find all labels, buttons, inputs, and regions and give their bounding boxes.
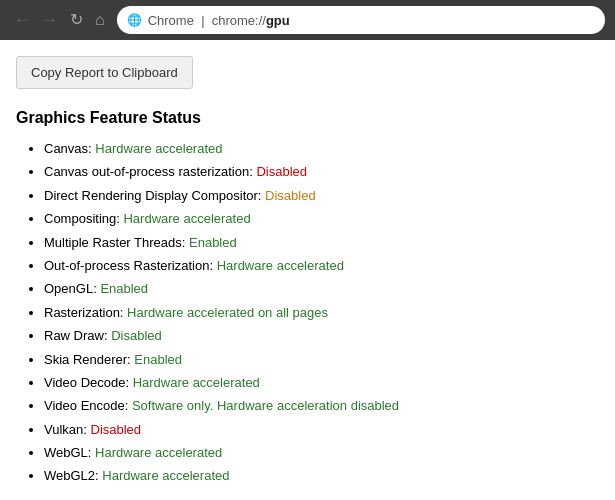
feature-status: Enabled: [100, 281, 148, 296]
feature-status: Hardware accelerated: [102, 468, 229, 483]
list-item: OpenGL: Enabled: [44, 277, 599, 300]
list-item: WebGL2: Hardware accelerated: [44, 464, 599, 487]
feature-status: Disabled: [265, 188, 316, 203]
feature-label: Compositing:: [44, 211, 123, 226]
feature-label: Multiple Raster Threads:: [44, 235, 189, 250]
feature-status: Disabled: [111, 328, 162, 343]
list-item: Direct Rendering Display Compositor: Dis…: [44, 184, 599, 207]
list-item: Vulkan: Disabled: [44, 418, 599, 441]
feature-status: Disabled: [256, 164, 307, 179]
list-item: Multiple Raster Threads: Enabled: [44, 231, 599, 254]
feature-label: Video Decode:: [44, 375, 133, 390]
feature-status: Enabled: [134, 352, 182, 367]
feature-label: Out-of-process Rasterization:: [44, 258, 217, 273]
list-item: Canvas: Hardware accelerated: [44, 137, 599, 160]
feature-status: Hardware accelerated: [95, 141, 222, 156]
list-item: Out-of-process Rasterization: Hardware a…: [44, 254, 599, 277]
url-text: Chrome | chrome://gpu: [148, 13, 290, 28]
feature-status: Hardware accelerated: [95, 445, 222, 460]
list-item: Canvas out-of-process rasterization: Dis…: [44, 160, 599, 183]
feature-label: Raw Draw:: [44, 328, 111, 343]
feature-status: Enabled: [189, 235, 237, 250]
section-title: Graphics Feature Status: [16, 109, 599, 127]
feature-label: Video Encode:: [44, 398, 132, 413]
url-domain: Chrome | chrome://: [148, 13, 266, 28]
feature-label: OpenGL:: [44, 281, 100, 296]
reload-button[interactable]: ↻: [66, 10, 87, 30]
feature-status: Hardware accelerated on all pages: [127, 305, 328, 320]
feature-label: Skia Renderer:: [44, 352, 134, 367]
feature-label: Vulkan:: [44, 422, 91, 437]
copy-report-button[interactable]: Copy Report to Clipboard: [16, 56, 193, 89]
feature-label: Canvas out-of-process rasterization:: [44, 164, 256, 179]
browser-toolbar: ← → ↻ ⌂ 🌐 Chrome | chrome://gpu: [0, 0, 615, 40]
feature-label: WebGL:: [44, 445, 95, 460]
list-item: Video Decode: Hardware accelerated: [44, 371, 599, 394]
forward-button[interactable]: →: [38, 10, 62, 30]
feature-status: Hardware accelerated: [217, 258, 344, 273]
feature-status: Software only. Hardware acceleration dis…: [132, 398, 399, 413]
list-item: Rasterization: Hardware accelerated on a…: [44, 301, 599, 324]
security-icon: 🌐: [127, 13, 142, 27]
feature-status: Hardware accelerated: [133, 375, 260, 390]
back-button[interactable]: ←: [10, 10, 34, 30]
url-path: gpu: [266, 13, 290, 28]
address-bar[interactable]: 🌐 Chrome | chrome://gpu: [117, 6, 605, 34]
feature-label: Rasterization:: [44, 305, 127, 320]
feature-list: Canvas: Hardware acceleratedCanvas out-o…: [16, 137, 599, 488]
page-content: Copy Report to Clipboard Graphics Featur…: [0, 40, 615, 500]
list-item: Skia Renderer: Enabled: [44, 348, 599, 371]
list-item: Compositing: Hardware accelerated: [44, 207, 599, 230]
feature-status: Hardware accelerated: [123, 211, 250, 226]
list-item: Video Encode: Software only. Hardware ac…: [44, 394, 599, 417]
nav-buttons: ← → ↻ ⌂: [10, 10, 109, 30]
home-button[interactable]: ⌂: [91, 10, 109, 30]
feature-label: Direct Rendering Display Compositor:: [44, 188, 265, 203]
list-item: Raw Draw: Disabled: [44, 324, 599, 347]
feature-label: WebGL2:: [44, 468, 102, 483]
feature-label: Canvas:: [44, 141, 95, 156]
list-item: WebGL: Hardware accelerated: [44, 441, 599, 464]
feature-status: Disabled: [91, 422, 142, 437]
